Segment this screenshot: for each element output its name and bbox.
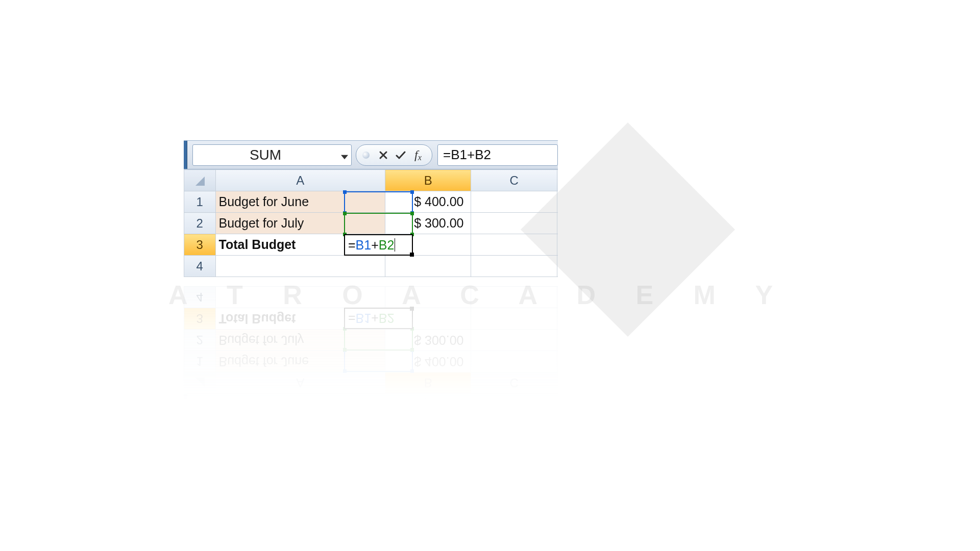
table-row: 1 Budget for June $ 400.00 <box>184 191 558 213</box>
name-box-value: SUM <box>193 147 338 163</box>
insert-function-button[interactable]: fx <box>410 147 426 163</box>
cell-b1[interactable]: $ 400.00 <box>385 191 471 213</box>
excel-window: SUM fx =B1+B2 <box>184 140 558 281</box>
formula-bar: SUM fx =B1+B2 <box>184 140 558 169</box>
table-row: 2 Budget for July $ 300.00 <box>184 213 558 234</box>
table-row: 4 <box>184 256 558 277</box>
fx-icon: fx <box>414 148 422 162</box>
cell-b2[interactable]: $ 300.00 <box>385 213 471 234</box>
row-header-4[interactable]: 4 <box>184 256 216 277</box>
watermark-text: A T R O A C A D E M Y <box>168 280 789 310</box>
svg-marker-4 <box>195 378 205 387</box>
window-edge <box>184 141 187 169</box>
cell-a4[interactable] <box>215 256 385 277</box>
column-header-a[interactable]: A <box>215 170 385 191</box>
row-header-2[interactable]: 2 <box>184 213 216 234</box>
cell-d1[interactable] <box>557 191 558 213</box>
close-icon <box>379 151 388 160</box>
formula-controls: fx <box>356 144 432 166</box>
check-icon <box>396 151 406 160</box>
column-header-b[interactable]: B <box>385 170 471 191</box>
svg-marker-3 <box>341 404 348 408</box>
cell-c3[interactable] <box>471 234 557 256</box>
cell-a2[interactable]: Budget for July <box>215 213 385 234</box>
row-header-1[interactable]: 1 <box>184 191 216 213</box>
record-icon <box>362 152 370 159</box>
row-header-3[interactable]: 3 <box>184 234 216 256</box>
cell-c2[interactable] <box>471 213 557 234</box>
cell-c4[interactable] <box>471 256 557 277</box>
name-box-dropdown-icon[interactable] <box>338 147 351 163</box>
cell-b4[interactable] <box>385 256 471 277</box>
active-cell-editor[interactable]: =B1+B2 <box>344 234 413 256</box>
column-header-d[interactable]: D <box>557 170 558 191</box>
formula-input-value: =B1+B2 <box>443 147 491 163</box>
formula-input[interactable]: =B1+B2 <box>437 144 558 166</box>
spreadsheet-grid[interactable]: A B C D 1 Budget for June $ 400.00 2 Bud… <box>184 169 558 282</box>
fill-handle[interactable] <box>410 253 414 257</box>
cell-d3[interactable] <box>557 234 558 256</box>
cell-d4[interactable] <box>557 256 558 277</box>
svg-marker-1 <box>341 155 348 159</box>
select-all-corner[interactable] <box>184 170 216 191</box>
name-box[interactable]: SUM <box>192 144 352 166</box>
cell-a1[interactable]: Budget for June <box>215 191 385 213</box>
cell-c1[interactable] <box>471 191 557 213</box>
cancel-button[interactable] <box>376 147 391 163</box>
reflection-decoration: SUM fx =B1+B2 ABCD 1Budget for June$ 400… <box>184 281 558 423</box>
cell-d2[interactable] <box>557 213 558 234</box>
enter-button[interactable] <box>393 147 408 163</box>
column-header-c[interactable]: C <box>471 170 557 191</box>
svg-marker-2 <box>195 177 205 186</box>
